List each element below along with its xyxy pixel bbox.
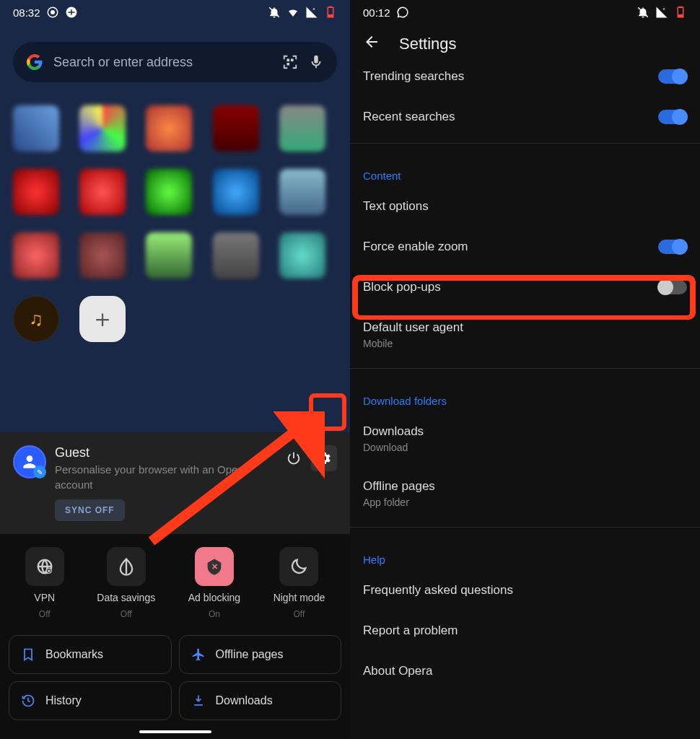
setting-recent-searches[interactable]: Recent searches <box>350 97 700 137</box>
signal-icon: x <box>305 6 318 19</box>
dnd-icon <box>636 6 649 19</box>
svg-rect-9 <box>286 63 289 66</box>
vpn-toggle[interactable]: VPN Off <box>25 547 64 619</box>
night-mode-toggle[interactable]: Night mode Off <box>274 547 325 619</box>
avatar[interactable]: ✎ <box>13 445 46 478</box>
status-bar: 00:12 x <box>350 0 700 25</box>
setting-text-options[interactable]: Text options <box>350 186 700 227</box>
downloads-button[interactable]: Downloads <box>179 681 342 720</box>
back-button[interactable] <box>363 33 380 55</box>
battery-low-icon <box>324 6 337 19</box>
wifi-icon <box>286 6 299 19</box>
home-indicator <box>139 730 211 733</box>
offline-pages-button[interactable]: Offline pages <box>179 635 342 674</box>
speed-dial-tile[interactable] <box>13 232 59 279</box>
setting-faq[interactable]: Frequently asked questions <box>350 570 700 611</box>
profile-row: ✎ Guest Personalise your browser with an… <box>0 432 350 534</box>
bottom-drawer: ✎ Guest Personalise your browser with an… <box>0 432 350 739</box>
sync-badge[interactable]: SYNC OFF <box>55 499 125 521</box>
section-downloads: Download folders <box>350 375 700 411</box>
speed-dial-tile[interactable] <box>213 105 259 152</box>
toggle-zoom[interactable] <box>658 240 687 254</box>
setting-block-popups[interactable]: Block pop-ups <box>350 267 700 307</box>
settings-screen: 00:12 x Settings Trending searches Recen… <box>350 0 700 739</box>
status-time: 00:12 <box>363 6 390 19</box>
svg-rect-6 <box>329 6 333 8</box>
svg-rect-8 <box>291 58 294 61</box>
speed-dial-tile[interactable] <box>79 169 126 215</box>
add-dial-button[interactable]: ＋ <box>79 296 126 342</box>
svg-text:x: x <box>313 6 315 11</box>
speed-dial-grid: ♫ ＋ <box>0 88 350 342</box>
firefox-icon <box>46 6 59 19</box>
search-input[interactable] <box>53 55 272 70</box>
annotation-gear-highlight <box>309 393 346 431</box>
speed-dial-tile[interactable] <box>13 105 59 152</box>
speed-dial-tile[interactable] <box>279 169 325 215</box>
setting-force-zoom[interactable]: Force enable zoom <box>350 227 700 267</box>
speed-dial-tile[interactable] <box>213 232 259 279</box>
profile-title: Guest <box>55 445 272 460</box>
data-savings-toggle[interactable]: Data savings Off <box>97 547 155 619</box>
setting-default-ua[interactable]: Default user agent Mobile <box>350 307 700 362</box>
speed-dial-tile[interactable] <box>213 169 259 215</box>
svg-rect-12 <box>48 570 51 572</box>
history-button[interactable]: History <box>9 681 172 720</box>
button-grid: Bookmarks Offline pages History Download… <box>0 635 350 730</box>
setting-downloads[interactable]: Downloads Download <box>350 411 700 466</box>
speed-dial-tile[interactable] <box>146 232 192 279</box>
speed-dial-tile[interactable] <box>79 105 126 152</box>
section-help: Help <box>350 533 700 570</box>
speed-dial-tile[interactable] <box>79 232 126 279</box>
speed-dial-tile[interactable] <box>279 105 325 152</box>
mic-icon[interactable] <box>308 54 324 70</box>
status-bar: 08:32 x <box>0 0 350 25</box>
status-time: 08:32 <box>13 6 40 19</box>
dnd-icon <box>268 6 281 19</box>
settings-list[interactable]: Trending searches Recent searches Conten… <box>350 66 700 691</box>
setting-trending-searches[interactable]: Trending searches <box>350 66 700 97</box>
section-content: Content <box>350 149 700 186</box>
settings-header: Settings <box>350 25 700 66</box>
setting-report[interactable]: Report a problem <box>350 611 700 651</box>
feature-row: VPN Off Data savings Off ✕ Ad blocking O… <box>0 534 350 635</box>
signal-icon: x <box>655 6 668 19</box>
bookmarks-button[interactable]: Bookmarks <box>9 635 172 674</box>
music-dial[interactable]: ♫ <box>13 296 59 342</box>
svg-text:x: x <box>663 6 665 11</box>
toggle-block-popups[interactable] <box>658 280 687 294</box>
opera-home-screen: 08:32 x ♫ ＋ <box>0 0 350 739</box>
address-search-bar[interactable] <box>13 42 337 82</box>
battery-low-icon <box>674 6 687 19</box>
qr-scan-icon[interactable] <box>282 54 298 70</box>
setting-offline-pages[interactable]: Offline pages App folder <box>350 466 700 521</box>
edit-avatar-icon: ✎ <box>33 465 46 478</box>
google-g-icon <box>26 53 43 71</box>
svg-point-1 <box>51 10 55 14</box>
svg-rect-5 <box>328 14 333 17</box>
ad-blocking-toggle[interactable]: ✕ Ad blocking On <box>188 547 240 619</box>
svg-rect-19 <box>679 6 683 8</box>
speed-dial-tile[interactable] <box>146 105 192 152</box>
page-title: Settings <box>399 35 457 53</box>
google-icon <box>65 6 78 19</box>
toggle-trending[interactable] <box>658 69 687 84</box>
setting-about[interactable]: About Opera <box>350 651 700 691</box>
speed-dial-tile[interactable] <box>146 169 192 215</box>
settings-gear-button[interactable] <box>311 445 337 471</box>
power-button[interactable] <box>281 445 307 471</box>
toggle-recent[interactable] <box>658 110 687 124</box>
svg-rect-7 <box>286 58 289 61</box>
svg-rect-18 <box>678 14 683 17</box>
speed-dial-tile[interactable] <box>279 232 325 279</box>
svg-text:✕: ✕ <box>211 562 217 571</box>
whatsapp-icon <box>396 6 409 19</box>
profile-subtitle: Personalise your browser with an Opera a… <box>55 462 272 492</box>
speed-dial-tile[interactable] <box>13 169 59 215</box>
